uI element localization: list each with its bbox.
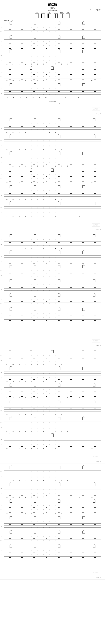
note-column: ··· (43, 492, 44, 494)
chord-diagram-mini (58, 265, 60, 268)
chord-marker: Dmaj (58, 201, 61, 206)
chord-marker: G (82, 366, 85, 370)
beam (21, 79, 23, 80)
beam (58, 44, 60, 44)
note-column: ··· (73, 40, 74, 42)
tab-lines: ········································… (4, 486, 101, 491)
measure: ············ (53, 442, 77, 446)
measures-container: ········································… (4, 260, 101, 264)
beam (9, 148, 11, 148)
note-column: ··· (92, 488, 92, 490)
chord-marker: Bm (58, 184, 61, 189)
lyric-syllable: 唱 (89, 80, 95, 82)
lyric-syllable (46, 216, 52, 217)
beam (70, 193, 72, 194)
staff-label: 吉他 I (1, 422, 3, 424)
lyric-syllable (34, 414, 40, 416)
note-column: ··· (25, 270, 26, 272)
note-column: ··· (55, 26, 56, 28)
beam (94, 524, 96, 524)
lyric-syllable: 群 (4, 397, 10, 399)
chord-diagram-mini (10, 400, 12, 404)
measure: ············ (53, 177, 77, 181)
note-column: ··· (43, 174, 44, 176)
beam-row (4, 214, 101, 215)
note-column: ··· (86, 284, 86, 286)
notation-system: DmajABmG吉他 I····························… (4, 50, 101, 65)
note-column: ··· (37, 439, 38, 441)
measure: ············ (28, 371, 53, 375)
chord-marker: A (34, 383, 36, 387)
lyric-syllable: 见 (53, 182, 59, 184)
measure: ············ (77, 426, 101, 430)
chord-diagram-mini (58, 36, 60, 39)
lyrics-line: 颜心相连今生缘 (4, 414, 101, 416)
note-column: ··· (92, 536, 92, 537)
note-column: ··· (55, 504, 56, 506)
beam (82, 259, 84, 259)
beam (82, 442, 84, 442)
beam (94, 164, 96, 165)
note-column: ··· (19, 526, 20, 528)
note-column: ··· (61, 521, 62, 523)
lyric-syllable: 少 (40, 199, 46, 200)
note-column: ··· (43, 504, 44, 506)
note-column: ··· (37, 427, 38, 429)
beam (33, 524, 35, 524)
chord-diagram-mini (58, 531, 60, 534)
beam (46, 29, 47, 30)
note-column: ··· (61, 554, 62, 556)
chord-marker: Bm (58, 151, 61, 155)
chord-name-label: A (94, 168, 96, 169)
lyric-syllable: 多 (34, 199, 40, 200)
lyric-syllable (65, 364, 71, 365)
beam (58, 247, 60, 247)
beam-row (4, 512, 101, 513)
beam (9, 306, 11, 306)
note-column: ··· (37, 317, 38, 319)
measure: ············ (77, 438, 101, 442)
beam (21, 306, 23, 306)
note-column: ··· (13, 157, 14, 159)
beam (82, 264, 84, 264)
note-column: ··· (37, 239, 38, 241)
lyric-syllable (77, 132, 83, 134)
beam (21, 181, 23, 182)
beam (70, 529, 72, 529)
measure: ············ (4, 525, 28, 529)
beam (70, 543, 72, 544)
chord-diagram-mini (93, 294, 95, 296)
measures-container: ········································… (4, 539, 101, 543)
lyric-syllable: 醉 (77, 496, 83, 498)
tab-lines: ········································… (4, 238, 101, 242)
lyric-syllable: 歌 (16, 80, 22, 82)
beam (9, 408, 11, 409)
note-column: ··· (49, 244, 50, 246)
lyric-syllable (46, 182, 52, 184)
beam (33, 392, 35, 392)
note-column: ··· (73, 303, 74, 305)
beam (70, 292, 72, 292)
notation-system: DmajABmG吉他 I····························… (4, 251, 101, 264)
note-column: ··· (43, 190, 44, 192)
note-column: ··· (31, 554, 32, 556)
tab-staff: 吉他 I····································… (4, 438, 101, 442)
beam-row (4, 380, 101, 380)
chord-diagram-mini (58, 22, 60, 24)
note-column: ··· (13, 284, 14, 286)
beam (82, 96, 84, 96)
measure: ············ (28, 474, 53, 478)
lyric-syllable: 连 (28, 513, 34, 515)
note-column: ··· (73, 207, 74, 209)
beam (9, 478, 11, 479)
tab-lines: ········································… (4, 426, 101, 430)
note-column: ··· (43, 88, 44, 90)
lyric-syllable: 花 (34, 364, 40, 365)
beam (33, 552, 35, 553)
note-column: ··· (61, 40, 62, 42)
measure: ············ (77, 409, 101, 413)
beam (58, 143, 60, 143)
beam (21, 392, 23, 392)
tab-lines: ········································… (4, 210, 101, 214)
beam (21, 176, 23, 177)
